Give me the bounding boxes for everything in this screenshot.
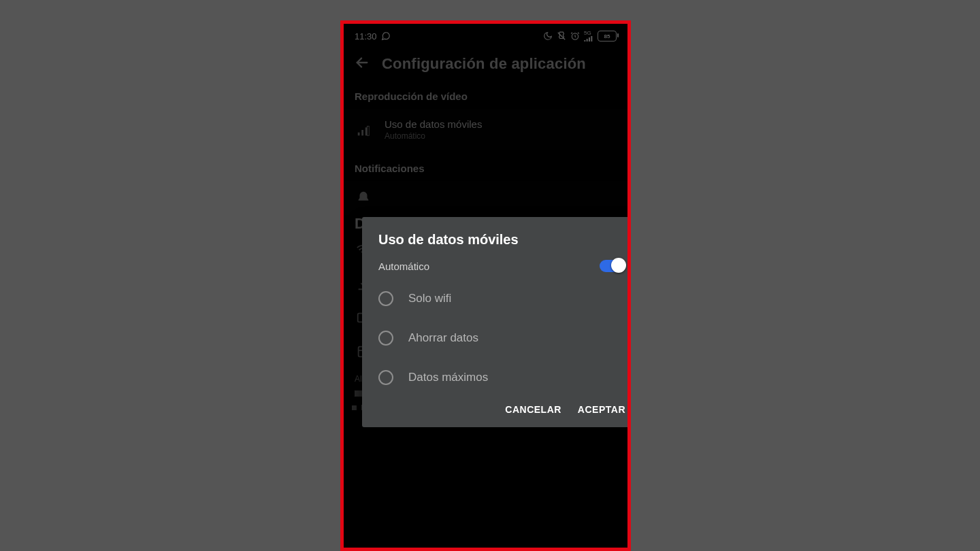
radio-label: Solo wifi xyxy=(408,292,451,305)
cancel-button[interactable]: CANCELAR xyxy=(505,404,561,415)
dialog-actions: CANCELAR ACEPTAR xyxy=(378,397,625,419)
phone-frame: 11:30 xyxy=(340,20,631,551)
dialog-auto-label: Automático xyxy=(378,261,429,272)
radio-option-save-data[interactable]: Ahorrar datos xyxy=(378,318,625,358)
radio-label: Datos máximos xyxy=(408,371,488,384)
radio-option-max-data[interactable]: Datos máximos xyxy=(378,358,625,397)
radio-circle-icon xyxy=(378,370,393,385)
accept-button[interactable]: ACEPTAR xyxy=(578,404,625,415)
dialog-auto-toggle-row[interactable]: Automático xyxy=(378,260,625,272)
radio-option-wifi[interactable]: Solo wifi xyxy=(378,279,625,318)
dialog-title: Uso de datos móviles xyxy=(378,232,625,248)
mobile-data-dialog: Uso de datos móviles Automático Solo wif… xyxy=(362,217,631,427)
radio-circle-icon xyxy=(378,331,393,346)
radio-label: Ahorrar datos xyxy=(408,331,478,345)
radio-circle-icon xyxy=(378,291,393,306)
toggle-switch[interactable] xyxy=(600,260,625,272)
